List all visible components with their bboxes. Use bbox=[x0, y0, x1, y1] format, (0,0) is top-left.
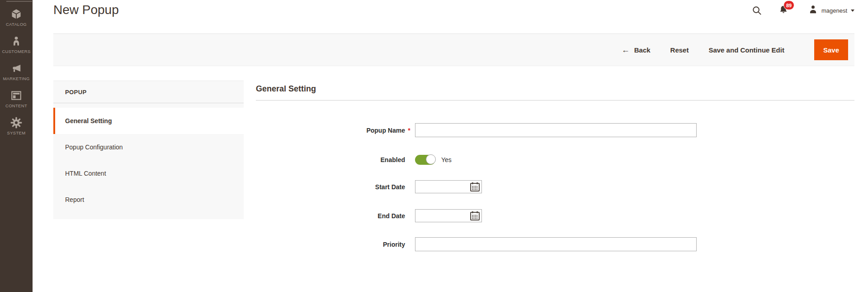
priority-row: Priority bbox=[256, 237, 697, 251]
tab-list: General Setting Popup Configuration HTML… bbox=[53, 103, 244, 219]
sidebar-item-system[interactable]: SYSTEM bbox=[0, 112, 33, 139]
customers-icon bbox=[11, 35, 22, 47]
popup-name-label: Popup Name bbox=[256, 127, 405, 134]
enabled-label: Enabled bbox=[256, 156, 405, 163]
tab-popup-configuration[interactable]: Popup Configuration bbox=[53, 134, 244, 160]
popup-tab-panel: POPUP General Setting Popup Configuratio… bbox=[53, 81, 244, 219]
reset-label: Reset bbox=[670, 46, 689, 54]
header-actions: 89 magenest bbox=[752, 4, 854, 17]
search-icon[interactable] bbox=[752, 5, 762, 16]
admin-page: CATALOG CUSTOMERS MARK bbox=[0, 0, 868, 292]
priority-label: Priority bbox=[256, 241, 405, 248]
sidebar-menu: CATALOG CUSTOMERS MARK bbox=[0, 4, 33, 139]
username-label: magenest bbox=[821, 7, 847, 14]
sidebar-item-label: CUSTOMERS bbox=[2, 49, 30, 54]
user-avatar-icon bbox=[808, 5, 818, 16]
page-actions-toolbar: ← Back Reset Save and Continue Edit Save bbox=[53, 34, 854, 66]
tab-html-content[interactable]: HTML Content bbox=[53, 160, 244, 187]
notifications-button[interactable]: 89 bbox=[778, 5, 788, 17]
sidebar-item-label: CATALOG bbox=[6, 22, 27, 27]
start-date-label: Start Date bbox=[256, 183, 405, 191]
page-title: New Popup bbox=[53, 3, 119, 17]
back-arrow-icon: ← bbox=[622, 46, 630, 54]
catalog-icon bbox=[10, 8, 22, 20]
reset-button[interactable]: Reset bbox=[670, 46, 689, 54]
popup-name-row: Popup Name * bbox=[256, 123, 697, 137]
sidebar-divider bbox=[6, 1, 32, 2]
calendar-icon[interactable] bbox=[470, 211, 480, 220]
back-label: Back bbox=[634, 46, 651, 54]
system-icon bbox=[10, 117, 22, 129]
start-date-row: Start Date bbox=[256, 180, 482, 194]
section-heading: General Setting bbox=[256, 84, 316, 94]
admin-sidebar: CATALOG CUSTOMERS MARK bbox=[0, 0, 33, 292]
panel-title: POPUP bbox=[53, 81, 244, 103]
section-divider bbox=[256, 100, 854, 101]
sidebar-item-catalog[interactable]: CATALOG bbox=[0, 4, 33, 31]
chevron-down-icon bbox=[851, 10, 854, 12]
enabled-row: Enabled Yes bbox=[256, 154, 452, 165]
calendar-icon[interactable] bbox=[470, 182, 480, 191]
notification-count-badge: 89 bbox=[783, 0, 794, 10]
user-menu[interactable]: magenest bbox=[808, 5, 854, 16]
tab-general-setting[interactable]: General Setting bbox=[53, 108, 244, 134]
priority-input[interactable] bbox=[415, 237, 697, 251]
save-and-continue-button[interactable]: Save and Continue Edit bbox=[708, 46, 784, 54]
end-date-row: End Date bbox=[256, 209, 482, 223]
sidebar-item-customers[interactable]: CUSTOMERS bbox=[0, 31, 33, 58]
sidebar-item-content[interactable]: CONTENT bbox=[0, 85, 33, 112]
enabled-toggle[interactable] bbox=[415, 155, 435, 165]
required-asterisk: * bbox=[407, 127, 411, 134]
content-icon bbox=[10, 90, 22, 101]
sidebar-item-label: SYSTEM bbox=[7, 130, 26, 135]
marketing-icon bbox=[10, 62, 22, 74]
sidebar-item-marketing[interactable]: MARKETING bbox=[0, 58, 33, 85]
sidebar-item-label: MARKETING bbox=[3, 76, 29, 81]
popup-name-input[interactable] bbox=[415, 123, 697, 137]
save-and-continue-label: Save and Continue Edit bbox=[708, 46, 784, 54]
sidebar-item-label: CONTENT bbox=[5, 103, 27, 108]
tab-report[interactable]: Report bbox=[53, 187, 244, 213]
end-date-label: End Date bbox=[256, 212, 405, 220]
save-button[interactable]: Save bbox=[814, 39, 848, 60]
toggle-knob bbox=[426, 154, 436, 164]
enabled-state-label: Yes bbox=[441, 156, 452, 163]
back-button[interactable]: ← Back bbox=[622, 46, 651, 54]
